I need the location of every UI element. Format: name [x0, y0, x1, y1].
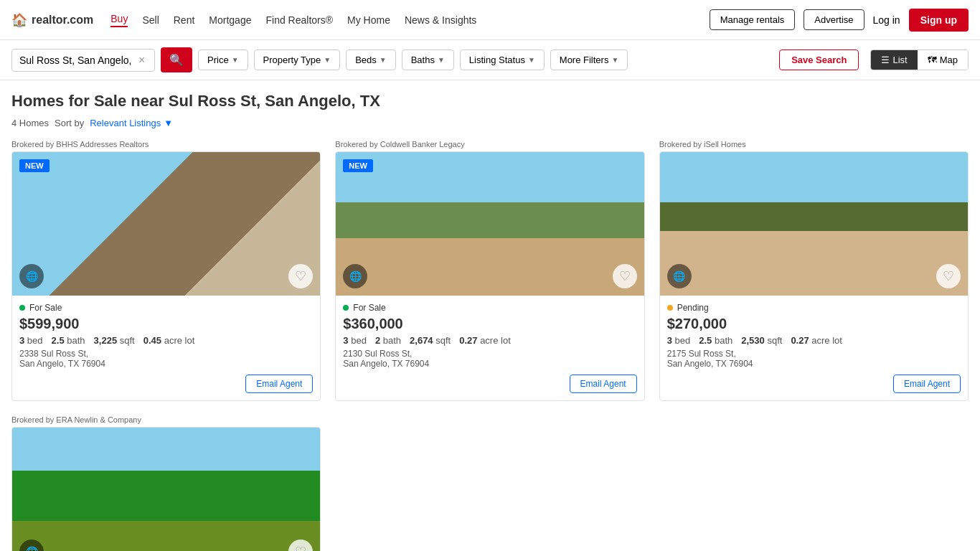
- nav-mortgage[interactable]: Mortgage: [209, 14, 251, 26]
- card-footer-1: Email Agent: [19, 375, 313, 393]
- map-view-label: Map: [940, 55, 958, 65]
- nav-my-home[interactable]: My Home: [347, 14, 390, 26]
- search-input[interactable]: [19, 55, 134, 66]
- lot-2: 0.27 acre lot: [459, 335, 511, 346]
- details-2: 3 bed 2 bath 2,674 sqft 0.27 acre lot: [343, 335, 636, 346]
- map-icon: 🗺: [928, 55, 937, 65]
- details-1: 3 bed 2.5 bath 3,225 sqft 0.45 acre lot: [19, 335, 313, 346]
- status-line-3: Pending: [667, 303, 961, 313]
- results-count: 4 Homes: [11, 118, 49, 128]
- tour-button-1[interactable]: 🌐: [19, 264, 44, 288]
- list-view-button[interactable]: ☰ List: [871, 50, 917, 70]
- lot-3: 0.27 acre lot: [791, 335, 842, 346]
- beds-3: 3 bed: [667, 335, 691, 346]
- nav-rent[interactable]: Rent: [174, 14, 195, 26]
- listing-image-2: [336, 152, 644, 296]
- beds-1: 3 bed: [19, 335, 43, 346]
- email-agent-button-1[interactable]: Email Agent: [245, 375, 313, 393]
- listing-card-3: 🌐 ♡ Pending $270,000 3 bed 2.5 bath: [659, 151, 969, 401]
- tour-button-3[interactable]: 🌐: [667, 264, 692, 288]
- save-button-2[interactable]: ♡: [613, 264, 637, 288]
- price-filter[interactable]: Price ▼: [198, 50, 248, 70]
- beds-filter-label: Beds: [355, 55, 377, 65]
- brokered-by-4: Brokered by ERA Newlin & Company: [11, 415, 321, 424]
- baths-2: 2 bath: [375, 335, 401, 346]
- address-2: 2130 Sul Ross St, San Angelo, TX 76904: [343, 349, 636, 369]
- more-filters-label: More Filters: [560, 55, 609, 65]
- baths-filter[interactable]: Baths ▼: [402, 50, 454, 70]
- list-icon: ☰: [881, 55, 890, 65]
- price-filter-label: Price: [207, 55, 229, 65]
- globe-icon-4: 🌐: [26, 546, 38, 551]
- property-type-filter[interactable]: Property Type ▼: [254, 50, 341, 70]
- heart-icon-2: ♡: [619, 268, 631, 284]
- nav-find-realtors[interactable]: Find Realtors®: [265, 14, 333, 26]
- listing-image-4: [12, 428, 320, 551]
- new-badge-2: NEW: [343, 159, 373, 172]
- nav-sell[interactable]: Sell: [142, 14, 159, 26]
- heart-icon-1: ♡: [295, 268, 306, 284]
- sort-select[interactable]: Relevant Listings ▼: [90, 118, 173, 128]
- logo[interactable]: 🏠 realtor.com: [11, 12, 93, 28]
- status-line-2: For Sale: [343, 303, 636, 313]
- sqft-2: 2,674 sqft: [410, 335, 451, 346]
- sqft-1: 3,225 sqft: [94, 335, 135, 346]
- beds-caret-icon: ▼: [380, 56, 387, 64]
- property-type-label: Property Type: [263, 55, 321, 65]
- search-bar: × 🔍 Price ▼ Property Type ▼ Beds ▼ Baths…: [0, 40, 980, 80]
- email-agent-button-3[interactable]: Email Agent: [893, 375, 961, 393]
- clear-search-icon[interactable]: ×: [138, 54, 145, 67]
- baths-1: 2.5 bath: [52, 335, 85, 346]
- sort-value: Relevant Listings: [90, 118, 161, 128]
- price-1: $599,900: [19, 316, 313, 332]
- listing-card-4: 🌐 ♡: [11, 427, 321, 551]
- email-agent-button-2[interactable]: Email Agent: [570, 375, 637, 393]
- listing-card-wrap-4: Brokered by ERA Newlin & Company 🌐 ♡: [11, 415, 321, 551]
- logo-text: realtor.com: [32, 14, 93, 27]
- baths-3: 2.5 bath: [699, 335, 732, 346]
- nav-news-insights[interactable]: News & Insights: [405, 14, 476, 26]
- card-footer-3: Email Agent: [667, 375, 961, 393]
- card-image-wrap-4: 🌐 ♡: [12, 428, 320, 551]
- status-text-1: For Sale: [29, 303, 62, 313]
- listing-status-filter[interactable]: Listing Status ▼: [460, 50, 545, 70]
- listing-card-wrap-2: Brokered by Coldwell Banker Legacy NEW 🌐…: [335, 140, 644, 401]
- logo-icon: 🏠: [11, 12, 27, 28]
- card-footer-2: Email Agent: [343, 375, 636, 393]
- sqft-3: 2,530 sqft: [741, 335, 782, 346]
- card-body-2: For Sale $360,000 3 bed 2 bath 2,674 sqf…: [336, 296, 644, 400]
- login-button[interactable]: Log in: [873, 14, 900, 26]
- search-icon: 🔍: [169, 54, 184, 66]
- brokered-by-3: Brokered by iSell Homes: [659, 140, 969, 149]
- save-button-3[interactable]: ♡: [936, 264, 961, 288]
- manage-rentals-button[interactable]: Manage rentals: [710, 9, 796, 30]
- view-toggle: ☰ List 🗺 Map: [870, 50, 969, 70]
- status-dot-2: [343, 305, 349, 311]
- details-3: 3 bed 2.5 bath 2,530 sqft 0.27 acre lot: [667, 335, 961, 346]
- more-filters-button[interactable]: More Filters ▼: [550, 50, 628, 70]
- card-body-1: For Sale $599,900 3 bed 2.5 bath 3,225 s…: [12, 296, 320, 400]
- price-caret-icon: ▼: [232, 56, 239, 64]
- search-button[interactable]: 🔍: [161, 47, 192, 72]
- more-filters-caret-icon: ▼: [611, 56, 618, 64]
- map-view-button[interactable]: 🗺 Map: [918, 50, 968, 70]
- brokered-by-1: Brokered by BHHS Addresses Realtors: [11, 140, 321, 149]
- address-1: 2338 Sul Ross St, San Angelo, TX 76904: [19, 349, 313, 369]
- header-actions: Manage rentals Advertise Log in Sign up: [710, 9, 969, 32]
- save-search-button[interactable]: Save Search: [779, 50, 859, 70]
- main-content: Homes for Sale near Sul Ross St, San Ang…: [0, 80, 980, 551]
- card-body-3: Pending $270,000 3 bed 2.5 bath 2,530 sq…: [660, 296, 968, 400]
- card-image-wrap-2: NEW 🌐 ♡: [336, 152, 644, 296]
- property-type-caret-icon: ▼: [324, 56, 331, 64]
- advertise-button[interactable]: Advertise: [804, 9, 864, 30]
- beds-filter[interactable]: Beds ▼: [346, 50, 396, 70]
- heart-icon-3: ♡: [943, 268, 954, 284]
- status-text-2: For Sale: [353, 303, 385, 313]
- signup-button[interactable]: Sign up: [909, 9, 969, 32]
- nav-buy[interactable]: Buy: [110, 13, 128, 27]
- listing-card: Brokered by BHHS Addresses Realtors NEW …: [11, 140, 321, 401]
- address-3: 2175 Sul Ross St, San Angelo, TX 76904: [667, 349, 961, 369]
- listing-status-caret-icon: ▼: [528, 56, 535, 64]
- listing-card-1: NEW 🌐 ♡ For Sale $599,900 3 bed: [11, 151, 321, 401]
- globe-icon-3: 🌐: [673, 270, 685, 282]
